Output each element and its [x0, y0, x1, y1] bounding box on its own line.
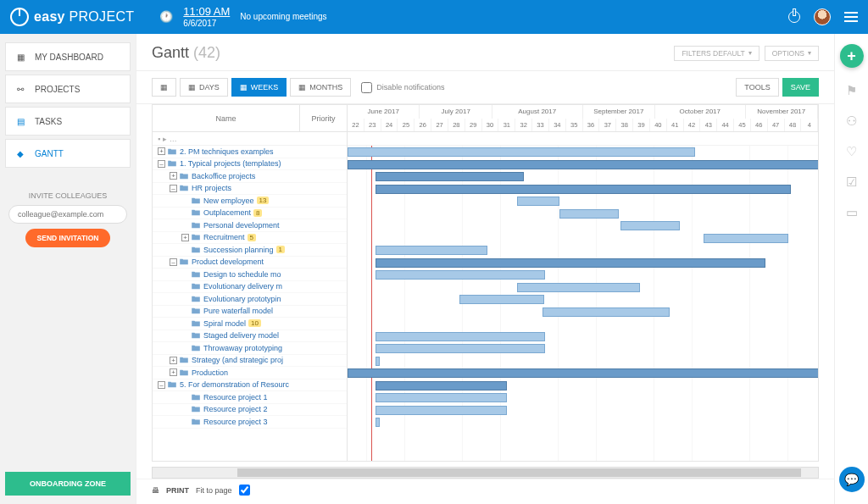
gantt-bar[interactable]	[704, 234, 788, 243]
row-label[interactable]: 1. Typical projects (templates)	[180, 159, 281, 168]
tree-row[interactable]: Resource project 2	[153, 404, 347, 417]
gantt-bar[interactable]	[348, 368, 819, 378]
print-icon[interactable]: 🖶	[152, 486, 159, 495]
gantt-bar[interactable]	[459, 295, 544, 304]
horizontal-scrollbar[interactable]	[152, 467, 819, 479]
add-fab[interactable]: +	[840, 44, 864, 68]
disable-notifications-check[interactable]: Disable notifications	[361, 82, 444, 93]
flag-icon[interactable]: ⚑	[846, 83, 857, 98]
row-label[interactable]: 2. PM techniques examples	[180, 147, 274, 156]
options-dropdown[interactable]: OPTIONS	[765, 46, 819, 61]
toggle-icon[interactable]: +	[170, 368, 177, 376]
user-icon[interactable]: ⚇	[846, 114, 857, 129]
row-label[interactable]: Resource project 1	[203, 393, 268, 402]
gantt-bar[interactable]	[376, 270, 545, 280]
tree-row[interactable]: Succession planning1	[153, 244, 347, 257]
row-label[interactable]: Recruitment	[203, 233, 245, 241]
row-label[interactable]: Production	[192, 368, 228, 377]
print-button[interactable]: PRINT	[166, 486, 189, 495]
tree-breadcrumb[interactable]: ▪▸ …	[153, 132, 347, 146]
power-icon[interactable]	[788, 11, 800, 23]
toggle-icon[interactable]: –	[170, 185, 177, 192]
gantt-bar[interactable]	[376, 381, 507, 390]
tree-row[interactable]: Evolutionary delivery m	[153, 281, 347, 294]
row-label[interactable]: Spiral model	[203, 319, 246, 328]
tools-button[interactable]: TOOLS	[736, 78, 778, 97]
tree-row[interactable]: New employee13	[153, 195, 347, 208]
clipboard-icon[interactable]: ☑	[846, 174, 857, 190]
gantt-bar[interactable]	[517, 283, 640, 292]
send-invitation-button[interactable]: SEND INVITATION	[25, 229, 111, 247]
nav-dashboard[interactable]: ▦MY DASHBOARD	[5, 42, 131, 71]
row-label[interactable]: Staged delivery model	[203, 331, 279, 340]
row-label[interactable]: Resource project 3	[203, 418, 268, 426]
gantt-bar[interactable]	[517, 197, 559, 206]
tree-row[interactable]: Throwaway prototyping	[153, 342, 347, 355]
tree-row[interactable]: Personal development	[153, 219, 347, 232]
invite-email-input[interactable]	[8, 205, 127, 224]
tree-row[interactable]: Spiral model10	[153, 318, 347, 330]
row-label[interactable]: Succession planning	[203, 246, 274, 254]
calendar-button[interactable]: ▦	[152, 78, 176, 97]
gantt-bar[interactable]	[376, 344, 545, 353]
toggle-icon[interactable]: –	[158, 381, 165, 389]
zoom-months-button[interactable]: ▦MONTHS	[290, 78, 351, 97]
row-label[interactable]: 5. For demonstration of Resourc	[180, 380, 289, 389]
row-label[interactable]: Evolutionary prototypin	[203, 295, 281, 303]
tree-row[interactable]: +Recruitment5	[153, 232, 347, 245]
gantt-bar[interactable]	[620, 221, 680, 230]
save-button[interactable]: SAVE	[782, 78, 819, 97]
toggle-icon[interactable]: +	[158, 147, 165, 155]
gantt-bar[interactable]	[376, 185, 791, 194]
row-label[interactable]: Throwaway prototyping	[203, 344, 282, 352]
gantt-bar[interactable]	[376, 406, 507, 415]
tree-row[interactable]: –5. For demonstration of Resourc	[153, 379, 347, 392]
tree-row[interactable]: Outplacement8	[153, 208, 347, 220]
gantt-bar[interactable]	[348, 160, 819, 169]
zoom-weeks-button[interactable]: ▦WEEKS	[231, 78, 287, 97]
tree-row[interactable]: Resource project 3	[153, 416, 347, 429]
fit-to-page-check[interactable]	[239, 485, 250, 496]
toggle-icon[interactable]: +	[170, 172, 177, 180]
toggle-icon[interactable]: –	[158, 160, 165, 168]
col-priority[interactable]: Priority	[300, 105, 347, 131]
toggle-icon[interactable]: –	[170, 258, 177, 266]
tree-row[interactable]: +Strategy (and strategic proj	[153, 355, 347, 368]
tree-row[interactable]: –HR projects	[153, 183, 347, 196]
row-label[interactable]: Product development	[192, 258, 264, 266]
nav-gantt[interactable]: ◆GANTT	[5, 139, 131, 168]
chat-fab[interactable]: 💬	[839, 467, 865, 492]
row-label[interactable]: Pure waterfall model	[203, 307, 273, 315]
zoom-days-button[interactable]: ▦DAYS	[180, 78, 228, 97]
filters-dropdown[interactable]: FILTERS DEFAULT	[674, 46, 759, 61]
tree-row[interactable]: Staged delivery model	[153, 330, 347, 343]
row-label[interactable]: Strategy (and strategic proj	[192, 356, 283, 364]
menu-icon[interactable]	[844, 12, 858, 22]
tree-row[interactable]: +2. PM techniques examples	[153, 146, 347, 158]
gantt-bar[interactable]	[542, 307, 670, 317]
toggle-icon[interactable]: +	[181, 234, 189, 241]
row-label[interactable]: Evolutionary delivery m	[203, 282, 282, 291]
avatar[interactable]	[814, 8, 831, 25]
row-label[interactable]: Resource project 2	[203, 405, 268, 413]
tree-row[interactable]: Design to schedule mo	[153, 269, 347, 281]
gantt-bar[interactable]	[376, 172, 524, 181]
comment-icon[interactable]: ▭	[846, 205, 858, 220]
row-label[interactable]: HR projects	[192, 184, 231, 192]
onboarding-button[interactable]: ONBOARDING ZONE	[5, 472, 131, 496]
tree-row[interactable]: Pure waterfall model	[153, 306, 347, 318]
gantt-bar[interactable]	[376, 393, 507, 402]
row-label[interactable]: New employee	[203, 197, 254, 205]
nav-tasks[interactable]: ▤TASKS	[5, 107, 131, 136]
col-name[interactable]: Name	[153, 105, 300, 131]
tree-row[interactable]: –Product development	[153, 257, 347, 269]
gantt-bar[interactable]	[376, 418, 380, 427]
tree-row[interactable]: Resource project 1	[153, 391, 347, 404]
row-label[interactable]: Personal development	[203, 221, 280, 230]
gantt-bar[interactable]	[376, 246, 487, 255]
tree-row[interactable]: –1. Typical projects (templates)	[153, 158, 347, 171]
tree-row[interactable]: +Production	[153, 367, 347, 379]
gantt-bar[interactable]	[376, 357, 380, 366]
toggle-icon[interactable]: +	[170, 357, 177, 364]
row-label[interactable]: Design to schedule mo	[203, 270, 281, 279]
